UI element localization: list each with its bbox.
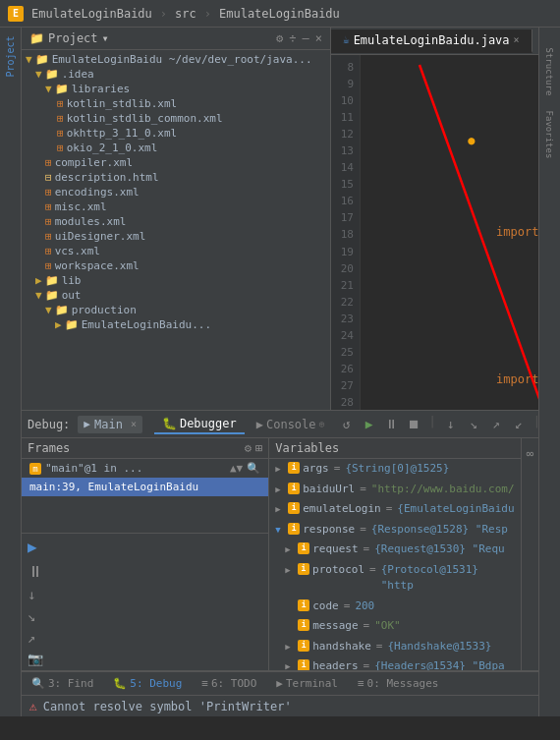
- tree-item-emulate-out[interactable]: ▶ 📁 EmulateLoginBaidu...: [22, 317, 330, 332]
- breadcrumb-class: EmulateLoginBaidu: [219, 7, 340, 21]
- var-item-code[interactable]: ▶ i code = 200: [269, 597, 520, 617]
- frame-filter-btn[interactable]: 🔍: [247, 462, 260, 475]
- messages-icon: ≡: [358, 677, 364, 690]
- var-expand-args[interactable]: ▶: [275, 463, 285, 477]
- tree-item-libraries[interactable]: ▼ 📁 libraries: [22, 82, 330, 96]
- tree-item-kotlin-stdlib[interactable]: ⊞ kotlin_stdlib.xml: [22, 96, 330, 111]
- debug-main-tab[interactable]: ▶ Main ×: [78, 416, 142, 433]
- var-expand-response[interactable]: ▼: [275, 524, 285, 538]
- project-header-icons[interactable]: ⚙ ÷ — ×: [276, 31, 322, 45]
- structure-label[interactable]: Structure: [545, 48, 555, 96]
- debug-btn-play[interactable]: ▶: [360, 415, 379, 434]
- tree-item-misc[interactable]: ⊞ misc.xml: [22, 199, 330, 214]
- debug-tab-console[interactable]: ▶ Console ⊕: [249, 416, 333, 433]
- tree-item-lib[interactable]: ▶ 📁 lib: [22, 273, 330, 288]
- tree-item-encodings[interactable]: ⊞ encodings.xml: [22, 185, 330, 199]
- tree-item-okio[interactable]: ⊞ okio_2_1_0.xml: [22, 141, 330, 155]
- project-side-icon[interactable]: Project: [5, 35, 16, 77]
- settings-icon[interactable]: ⚙: [276, 31, 283, 45]
- debug-btn-resume[interactable]: ↺: [337, 415, 357, 434]
- code-line-10: [368, 297, 531, 315]
- bottom-bar: 🔍 3: Find 🐛 5: Debug ≡ 6: TODO ▶ Termina…: [22, 670, 538, 716]
- var-item-protocol[interactable]: ▶ i protocol = {Protocol@1531} "http: [269, 560, 520, 597]
- var-expand-baiduurl[interactable]: ▶: [275, 484, 285, 497]
- var-expand-handshake[interactable]: ▶: [285, 641, 295, 655]
- debug-btn-pause[interactable]: ⏸: [382, 415, 402, 434]
- debug-btn-step-out[interactable]: ↗: [486, 415, 506, 434]
- close-panel-icon[interactable]: ×: [315, 31, 322, 45]
- debug-btn-run-cursor[interactable]: ↙: [509, 415, 529, 434]
- var-item-emulatelogin[interactable]: ▶ i emulateLogin = {EmulateLoginBaidu: [269, 499, 520, 520]
- debug-btn-step-over[interactable]: ↓: [441, 415, 461, 434]
- debug-content: Frames ⚙ ⊞ m "main"@1 in ... ▲▼ 🔍: [22, 438, 538, 670]
- tree-item-kotlin-stdlib-common[interactable]: ⊞ kotlin_stdlib_common.xml: [22, 111, 330, 126]
- debug-tabs-row: Debug: ▶ Main × 🐛 Debugger ▶ Console ⊕: [22, 411, 538, 438]
- var-item-baiduurl[interactable]: ▶ i baiduUrl = "http://www.baidu.com/: [269, 480, 520, 500]
- var-icon-args: i: [288, 462, 300, 474]
- var-icon-headers: i: [298, 659, 309, 670]
- minus-icon[interactable]: —: [303, 31, 309, 45]
- frames-list: m "main"@1 in ... ▲▼ 🔍 main:39, EmulateL…: [22, 459, 268, 533]
- debug-main-tab-close[interactable]: ×: [131, 419, 137, 429]
- frames-filter-icon[interactable]: ⊞: [255, 441, 262, 455]
- var-item-response[interactable]: ▼ i response = {Response@1528} "Resp: [269, 520, 520, 541]
- tree-item-okhttp[interactable]: ⊞ okhttp_3_11_0.xml: [22, 126, 330, 141]
- var-expand-request[interactable]: ▶: [285, 543, 295, 557]
- debug-side-icons: ▶ ⏸ ↓ ↘ ↗ 📷: [28, 538, 43, 666]
- tree-item-out[interactable]: ▼ 📁 out: [22, 288, 330, 303]
- debug-side-resume[interactable]: ▶: [28, 538, 43, 556]
- status-bar: 🔍 3: Find 🐛 5: Debug ≡ 6: TODO ▶ Termina…: [22, 671, 538, 695]
- var-item-message[interactable]: ▶ i message = "OK": [269, 616, 520, 637]
- debug-side-step-out[interactable]: ↗: [28, 630, 43, 646]
- debug-tab-debugger[interactable]: 🐛 Debugger: [154, 415, 245, 434]
- frames-header: Frames ⚙ ⊞: [22, 438, 268, 459]
- debug-side-step-over[interactable]: ↓: [28, 587, 43, 602]
- editor-tab-close[interactable]: ×: [514, 34, 520, 45]
- error-message: Cannot resolve symbol 'PrintWriter': [43, 700, 292, 713]
- debug-btn-step-into[interactable]: ↘: [464, 415, 483, 434]
- frames-settings-icon[interactable]: ⚙: [245, 441, 252, 455]
- frames-header-icons[interactable]: ⚙ ⊞: [245, 441, 262, 455]
- side-panel-right: Structure Favorites: [538, 28, 560, 716]
- dropdown-icon[interactable]: ▾: [102, 31, 109, 45]
- debug-right-icon-1[interactable]: ∞: [526, 446, 533, 461]
- status-terminal[interactable]: ▶ Terminal: [272, 677, 342, 690]
- debug-side-pause[interactable]: ⏸: [28, 562, 43, 581]
- app-icon: E: [8, 6, 24, 22]
- var-icon-handshake: i: [298, 640, 309, 652]
- tree-item-modules[interactable]: ⊞ modules.xml: [22, 214, 330, 229]
- frame-item-emulate[interactable]: main:39, EmulateLoginBaidu: [22, 478, 268, 496]
- var-item-request[interactable]: ▶ i request = {Request@1530} "Requ: [269, 540, 520, 560]
- var-item-args[interactable]: ▶ i args = {String[0]@1525}: [269, 459, 520, 480]
- status-find[interactable]: 🔍 3: Find: [28, 677, 97, 690]
- frame-item-main[interactable]: m "main"@1 in ... ▲▼ 🔍: [22, 459, 268, 478]
- var-expand-headers[interactable]: ▶: [285, 660, 295, 670]
- status-debug[interactable]: 🐛 5: Debug: [109, 677, 186, 690]
- tree-item-idea[interactable]: ▼ 📁 .idea: [22, 67, 330, 82]
- balance-icon[interactable]: ÷: [289, 31, 296, 45]
- tree-item-compiler[interactable]: ⊞ compiler.xml: [22, 155, 330, 170]
- breadcrumb-sep2: ›: [204, 7, 211, 21]
- status-todo[interactable]: ≡ 6: TODO: [197, 677, 260, 690]
- debug-btn-stop[interactable]: ⏹: [405, 415, 424, 434]
- debug-side-camera[interactable]: 📷: [28, 652, 43, 666]
- tree-item-uidesigner[interactable]: ⊞ uiDesigner.xml: [22, 229, 330, 244]
- var-icon-response: i: [288, 523, 300, 535]
- folder-icon: 📁: [29, 31, 44, 45]
- var-expand-protocol[interactable]: ▶: [285, 564, 295, 578]
- tree-item-root[interactable]: ▼ 📁 EmulateLoginBaidu ~/dev/dev_root/jav…: [22, 52, 330, 67]
- var-item-handshake[interactable]: ▶ i handshake = {Handshake@1533}: [269, 637, 520, 657]
- var-expand-emulatelogin[interactable]: ▶: [275, 503, 285, 517]
- favorites-label[interactable]: Favorites: [545, 111, 555, 159]
- tree-item-vcs[interactable]: ⊞ vcs.xml: [22, 244, 330, 258]
- tree-item-production[interactable]: ▼ 📁 production: [22, 303, 330, 317]
- tree-item-description[interactable]: ⊟ description.html: [22, 170, 330, 185]
- debug-panel: Debug: ▶ Main × 🐛 Debugger ▶ Console ⊕: [22, 410, 538, 670]
- status-messages[interactable]: ≡ 0: Messages: [354, 677, 442, 690]
- todo-icon: ≡: [201, 677, 208, 690]
- tree-item-workspace[interactable]: ⊞ workspace.xml: [22, 258, 330, 273]
- debug-side-step-into[interactable]: ↘: [28, 608, 43, 624]
- var-icon-protocol: i: [298, 563, 309, 575]
- editor-tab-main[interactable]: ☕ EmulateLoginBaidu.java ×: [331, 29, 532, 53]
- var-item-headers[interactable]: ▶ i headers = {Headers@1534} "Bdpa: [269, 656, 520, 670]
